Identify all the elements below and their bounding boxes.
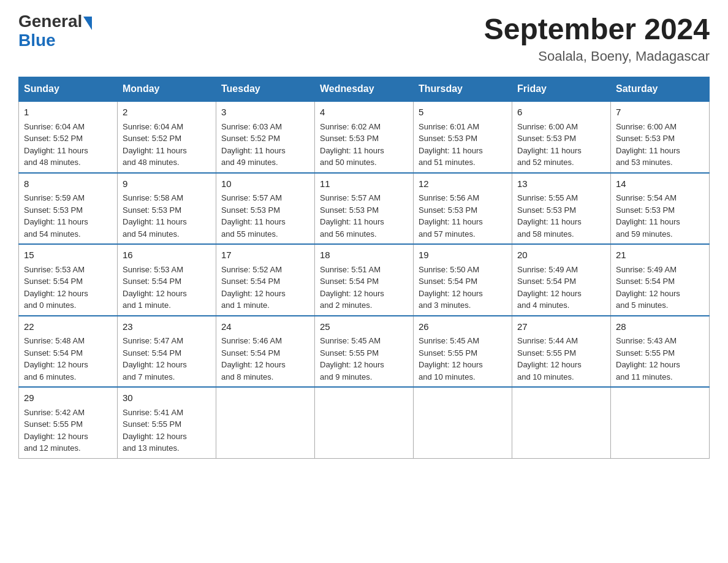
sunset-label: Sunset: 5:53 PM — [419, 205, 477, 215]
week-row-2: 8 Sunrise: 5:59 AM Sunset: 5:53 PM Dayli… — [19, 173, 710, 245]
sunset-label: Sunset: 5:53 PM — [221, 205, 280, 215]
calendar-cell: 6 Sunrise: 6:00 AM Sunset: 5:53 PM Dayli… — [512, 101, 611, 173]
daylight-label: Daylight: 12 hoursand 2 minutes. — [320, 289, 384, 310]
sunset-label: Sunset: 5:54 PM — [616, 277, 675, 286]
daylight-label: Daylight: 11 hoursand 55 minutes. — [221, 217, 286, 239]
calendar-cell: 20 Sunrise: 5:49 AM Sunset: 5:54 PM Dayl… — [512, 244, 611, 316]
sunset-label: Sunset: 5:53 PM — [419, 134, 477, 143]
calendar-cell: 26 Sunrise: 5:45 AM Sunset: 5:55 PM Dayl… — [414, 316, 512, 388]
sunset-label: Sunset: 5:53 PM — [517, 134, 576, 143]
week-row-5: 29 Sunrise: 5:42 AM Sunset: 5:55 PM Dayl… — [19, 387, 710, 458]
sunrise-label: Sunrise: 5:47 AM — [123, 336, 183, 345]
sunrise-label: Sunrise: 5:44 AM — [517, 336, 578, 345]
daylight-label: Daylight: 11 hoursand 54 minutes. — [123, 217, 187, 239]
sunset-label: Sunset: 5:54 PM — [320, 277, 379, 286]
calendar-cell: 3 Sunrise: 6:03 AM Sunset: 5:52 PM Dayli… — [216, 101, 315, 173]
calendar-cell: 15 Sunrise: 5:53 AM Sunset: 5:54 PM Dayl… — [19, 244, 118, 316]
sunrise-label: Sunrise: 5:53 AM — [24, 265, 85, 274]
daylight-label: Daylight: 11 hoursand 48 minutes. — [123, 146, 187, 167]
daylight-label: Daylight: 12 hoursand 10 minutes. — [419, 360, 483, 381]
sunset-label: Sunset: 5:54 PM — [123, 277, 181, 286]
page-header: General Blue September 2024 Soalala, Boe… — [18, 12, 710, 64]
daylight-label: Daylight: 12 hoursand 0 minutes. — [24, 289, 88, 310]
day-number: 23 — [123, 320, 211, 334]
daylight-label: Daylight: 12 hoursand 1 minute. — [123, 289, 187, 310]
sunset-label: Sunset: 5:53 PM — [616, 205, 675, 215]
sunset-label: Sunset: 5:53 PM — [320, 134, 379, 143]
calendar-cell: 2 Sunrise: 6:04 AM Sunset: 5:52 PM Dayli… — [118, 101, 216, 173]
calendar-cell — [216, 387, 315, 458]
sunset-label: Sunset: 5:53 PM — [320, 205, 379, 215]
day-number: 17 — [221, 248, 309, 262]
sunset-label: Sunset: 5:54 PM — [123, 348, 181, 358]
day-number: 9 — [123, 177, 211, 191]
calendar-cell: 18 Sunrise: 5:51 AM Sunset: 5:54 PM Dayl… — [315, 244, 414, 316]
daylight-label: Daylight: 12 hoursand 11 minutes. — [616, 360, 680, 381]
daylight-label: Daylight: 12 hoursand 8 minutes. — [221, 360, 286, 381]
day-number: 16 — [123, 248, 211, 262]
daylight-label: Daylight: 12 hoursand 4 minutes. — [517, 289, 582, 310]
day-number: 3 — [221, 105, 309, 120]
calendar-cell: 12 Sunrise: 5:56 AM Sunset: 5:53 PM Dayl… — [414, 173, 512, 245]
sunrise-label: Sunrise: 5:56 AM — [419, 193, 479, 202]
daylight-label: Daylight: 12 hoursand 3 minutes. — [419, 289, 483, 310]
calendar-cell: 30 Sunrise: 5:41 AM Sunset: 5:55 PM Dayl… — [118, 387, 216, 458]
sunrise-label: Sunrise: 6:04 AM — [123, 122, 183, 131]
daylight-label: Daylight: 11 hoursand 59 minutes. — [616, 217, 680, 239]
daylight-label: Daylight: 11 hoursand 48 minutes. — [24, 146, 88, 167]
header-thursday: Thursday — [414, 77, 512, 102]
day-number: 20 — [517, 248, 605, 262]
sunset-label: Sunset: 5:55 PM — [24, 419, 83, 429]
day-number: 4 — [320, 105, 408, 120]
sunset-label: Sunset: 5:53 PM — [24, 205, 83, 215]
day-number: 21 — [616, 248, 704, 262]
day-number: 19 — [419, 248, 507, 262]
day-number: 2 — [123, 105, 211, 120]
sunrise-label: Sunrise: 6:00 AM — [616, 122, 677, 131]
day-number: 28 — [616, 320, 704, 334]
calendar-cell: 5 Sunrise: 6:01 AM Sunset: 5:53 PM Dayli… — [414, 101, 512, 173]
sunrise-label: Sunrise: 5:49 AM — [517, 265, 578, 274]
calendar-cell: 17 Sunrise: 5:52 AM Sunset: 5:54 PM Dayl… — [216, 244, 315, 316]
daylight-label: Daylight: 11 hoursand 58 minutes. — [517, 217, 582, 239]
day-number: 22 — [24, 320, 112, 334]
calendar-cell: 8 Sunrise: 5:59 AM Sunset: 5:53 PM Dayli… — [19, 173, 118, 245]
calendar-cell — [315, 387, 414, 458]
calendar-cell — [414, 387, 512, 458]
header-wednesday: Wednesday — [315, 77, 414, 102]
sunrise-label: Sunrise: 5:46 AM — [221, 336, 282, 345]
daylight-label: Daylight: 12 hoursand 13 minutes. — [123, 432, 187, 453]
calendar-cell: 25 Sunrise: 5:45 AM Sunset: 5:55 PM Dayl… — [315, 316, 414, 388]
daylight-label: Daylight: 11 hoursand 49 minutes. — [221, 146, 286, 167]
daylight-label: Daylight: 12 hoursand 5 minutes. — [616, 289, 680, 310]
sunrise-label: Sunrise: 5:57 AM — [320, 193, 381, 202]
sunset-label: Sunset: 5:53 PM — [616, 134, 675, 143]
calendar-cell: 21 Sunrise: 5:49 AM Sunset: 5:54 PM Dayl… — [611, 244, 710, 316]
daylight-label: Daylight: 11 hoursand 57 minutes. — [419, 217, 483, 239]
sunrise-label: Sunrise: 6:00 AM — [517, 122, 578, 131]
calendar-cell: 19 Sunrise: 5:50 AM Sunset: 5:54 PM Dayl… — [414, 244, 512, 316]
calendar-cell: 10 Sunrise: 5:57 AM Sunset: 5:53 PM Dayl… — [216, 173, 315, 245]
calendar-cell — [512, 387, 611, 458]
sunset-label: Sunset: 5:55 PM — [616, 348, 675, 358]
daylight-label: Daylight: 12 hoursand 12 minutes. — [24, 432, 88, 453]
calendar-cell: 9 Sunrise: 5:58 AM Sunset: 5:53 PM Dayli… — [118, 173, 216, 245]
sunset-label: Sunset: 5:54 PM — [517, 277, 576, 286]
day-number: 18 — [320, 248, 408, 262]
sunset-label: Sunset: 5:52 PM — [123, 134, 181, 143]
header-tuesday: Tuesday — [216, 77, 315, 102]
daylight-label: Daylight: 12 hoursand 10 minutes. — [517, 360, 582, 381]
sunset-label: Sunset: 5:54 PM — [221, 277, 280, 286]
calendar-cell: 13 Sunrise: 5:55 AM Sunset: 5:53 PM Dayl… — [512, 173, 611, 245]
sunrise-label: Sunrise: 5:50 AM — [419, 265, 479, 274]
week-row-3: 15 Sunrise: 5:53 AM Sunset: 5:54 PM Dayl… — [19, 244, 710, 316]
days-of-week-row: Sunday Monday Tuesday Wednesday Thursday… — [19, 77, 710, 102]
day-number: 6 — [517, 105, 605, 120]
day-number: 26 — [419, 320, 507, 334]
sunrise-label: Sunrise: 5:49 AM — [616, 265, 677, 274]
week-row-1: 1 Sunrise: 6:04 AM Sunset: 5:52 PM Dayli… — [19, 101, 710, 173]
day-number: 5 — [419, 105, 507, 120]
calendar-title: September 2024 — [484, 12, 710, 46]
sunrise-label: Sunrise: 5:48 AM — [24, 336, 85, 345]
calendar-cell: 7 Sunrise: 6:00 AM Sunset: 5:53 PM Dayli… — [611, 101, 710, 173]
